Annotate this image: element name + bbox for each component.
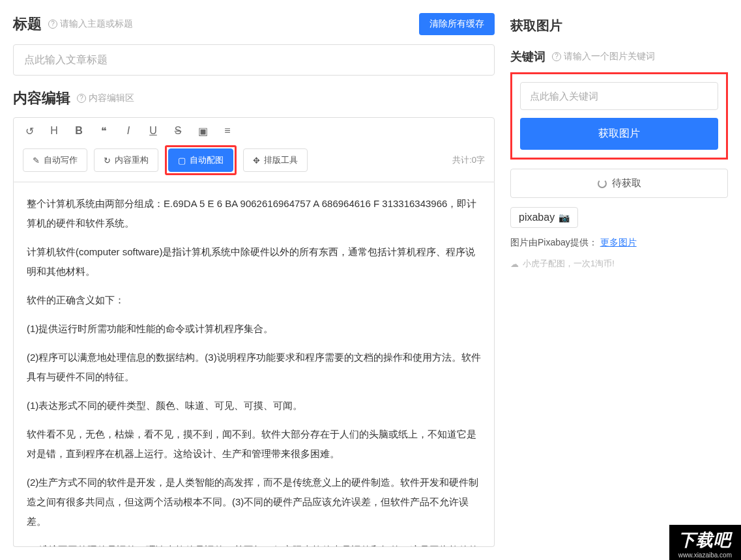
pencil-icon: ✎: [33, 156, 40, 165]
editor-hint: ? 内容编辑区: [77, 92, 134, 104]
auto-image-button[interactable]: ▢ 自动配图: [168, 148, 233, 172]
underline-icon[interactable]: U: [147, 124, 160, 137]
main-editor-column: 标题 ? 请输入主题或标题 清除所有缓存 内容编辑 ? 内容编辑区 ↺ H B …: [13, 13, 495, 547]
credit-line: 图片由Pixabay提供： 更多图片: [510, 237, 728, 249]
strikethrough-icon[interactable]: S: [171, 124, 184, 137]
info-icon: ?: [552, 52, 561, 61]
editor-content[interactable]: 整个计算机系统由两部分组成：E.69DA 5 E 6 BA 9062616964…: [13, 182, 495, 547]
panel-title: 获取图片: [510, 17, 728, 35]
auto-write-button[interactable]: ✎ 自动写作: [23, 148, 87, 172]
watermark-text: 下载吧: [678, 529, 732, 552]
spinner-icon: [598, 179, 607, 188]
image-icon[interactable]: ▣: [196, 124, 209, 137]
title-section-header: 标题 ? 请输入主题或标题 清除所有缓存: [13, 13, 495, 35]
editor-paragraph: (4)维护不同的硬件是旧的，理论上软件是旧的，并不坏，但实际上软件也是旧的和坏的…: [27, 540, 481, 547]
editor-paragraph: 软件看不见，无色，枯燥，看不见，摸不到，闻不到。软件大部分存在于人们的头脑或纸上…: [27, 425, 481, 464]
layout-tool-button[interactable]: ✥ 排版工具: [243, 148, 308, 172]
format-toolbar-row: ↺ H B ❝ I U S ▣ ≡: [23, 124, 485, 137]
refresh-icon: ↻: [104, 156, 111, 165]
more-images-link[interactable]: 更多图片: [600, 237, 637, 247]
editor-paragraph: (1)表达形式不同的硬件类型、颜色、味道、可见、可摸、可闻。: [27, 396, 481, 415]
keyword-input[interactable]: [520, 82, 718, 110]
info-icon: ?: [48, 20, 57, 29]
pixabay-badge: pixabay 📷: [510, 207, 578, 228]
image-fetch-panel: 获取图片 关键词 ? 请输入一个图片关键词 获取图片 待获取 pixabay 📷…: [510, 13, 728, 547]
highlight-box-auto-image: ▢ 自动配图: [165, 145, 237, 175]
camera-icon: 📷: [559, 212, 570, 223]
highlight-box-keyword: 获取图片: [510, 72, 728, 160]
title-hint: ? 请输入主题或标题: [48, 18, 133, 30]
editor-paragraph: 整个计算机系统由两部分组成：E.69DA 5 E 6 BA 9062616964…: [27, 194, 481, 233]
editor-label: 内容编辑: [13, 89, 70, 108]
editor-paragraph: (2)程序可以满意地处理信息的数据结构。(3)说明程序功能要求和程序需要的文档的…: [27, 348, 481, 387]
quote-icon[interactable]: ❝: [97, 124, 110, 137]
info-icon: ?: [77, 94, 86, 103]
word-count: 共计:0字: [452, 154, 485, 166]
bold-icon[interactable]: B: [72, 124, 85, 137]
keyword-header: 关键词 ? 请输入一个图片关键词: [510, 49, 728, 64]
watermark-url: www.xiazaiba.com: [678, 552, 732, 559]
cloud-icon: ☁: [510, 259, 519, 269]
keyword-label: 关键词: [510, 49, 545, 64]
align-icon[interactable]: ≡: [221, 124, 234, 137]
italic-icon[interactable]: I: [122, 124, 135, 137]
fetch-image-button[interactable]: 获取图片: [520, 118, 718, 150]
pending-button[interactable]: 待获取: [510, 169, 728, 198]
restructure-button[interactable]: ↻ 内容重构: [94, 148, 158, 172]
editor-section-header: 内容编辑 ? 内容编辑区: [13, 89, 495, 108]
tool-icon: ✥: [253, 156, 260, 165]
undo-icon[interactable]: ↺: [23, 124, 36, 137]
watermark: 下载吧 www.xiazaiba.com: [669, 525, 741, 560]
keyword-hint: ? 请输入一个图片关键词: [552, 51, 655, 63]
footer-hint: ☁ 小虎子配图，一次1淘币!: [510, 258, 728, 270]
article-title-input[interactable]: [13, 44, 495, 76]
title-label: 标题: [13, 14, 42, 34]
clear-cache-button[interactable]: 清除所有缓存: [419, 13, 495, 35]
editor-paragraph: (1)提供运行时所需功能和性能的命令或计算机程序集合。: [27, 319, 481, 339]
editor-paragraph: 计算机软件(computer software)是指计算机系统中除硬件以外的所有…: [27, 242, 481, 281]
heading-icon[interactable]: H: [48, 124, 61, 137]
editor-toolbar: ↺ H B ❝ I U S ▣ ≡ ✎ 自动写作 ↻ 内容重构: [13, 117, 495, 182]
image-icon: ▢: [178, 156, 186, 165]
action-toolbar-row: ✎ 自动写作 ↻ 内容重构 ▢ 自动配图 ✥ 排版工具 共计:0字: [23, 145, 485, 175]
editor-paragraph: 软件的正确含义如下：: [27, 290, 481, 310]
editor-paragraph: (2)生产方式不同的软件是开发，是人类智能的高发挥，而不是传统意义上的硬件制造。…: [27, 473, 481, 531]
